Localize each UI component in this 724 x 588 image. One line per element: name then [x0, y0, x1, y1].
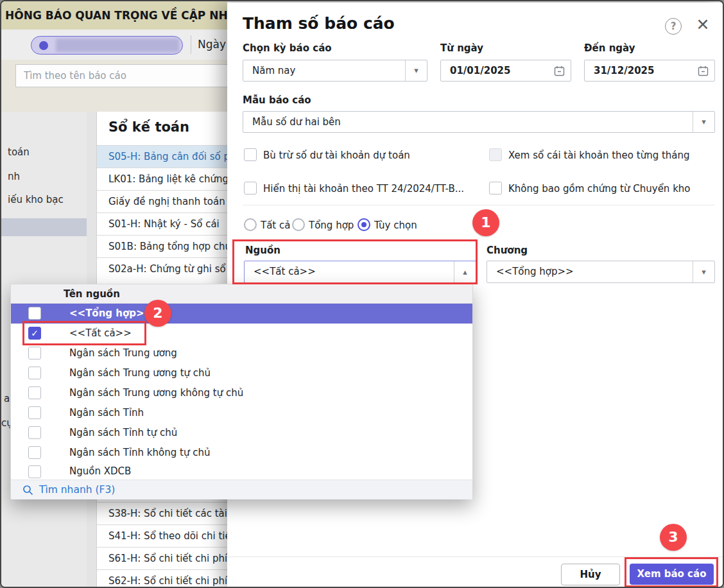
quick-search-label: Tìm nhanh (F3) — [39, 480, 115, 499]
annotation-rect-submit — [625, 557, 718, 587]
report-row[interactable]: S02a-H: Chứng từ ghi sổ — [97, 257, 228, 280]
period-select[interactable]: Năm nay ▾ — [243, 60, 427, 82]
dropdown-item[interactable]: Ngân sách Trung ương — [11, 343, 472, 363]
report-row[interactable]: S62-H: Sổ chi tiết chi phí sả — [97, 569, 228, 588]
annotation-step-3: 3 — [660, 524, 687, 551]
checkbox-unchecked[interactable] — [28, 465, 41, 478]
app-window: HÔNG BÁO QUAN TRỌNG VỀ CẬP NHẬT ĐỊA Ngày… — [0, 0, 724, 588]
radio-tat-ca[interactable] — [244, 218, 257, 231]
notification-banner-text: HÔNG BÁO QUAN TRỌNG VỀ CẬP NHẬT ĐỊA — [1, 1, 227, 30]
annotation-step-2: 2 — [144, 300, 171, 327]
dropdown-header-label: Tên nguồn — [64, 284, 120, 304]
quick-search-bar[interactable]: Tìm nhanh (F3) — [11, 480, 472, 499]
chuong-value: <<Tổng hợp>> — [496, 261, 574, 282]
checkbox-bu-tru[interactable] — [244, 148, 257, 161]
dropdown-item-label: Ngân sách Trung ương — [69, 343, 177, 363]
checkbox-label: Bù trừ số dư tài khoản dự toán — [263, 148, 410, 162]
dropdown-item[interactable]: Ngân sách Trung ương không tự chủ — [11, 383, 472, 403]
help-icon[interactable]: ? — [665, 18, 682, 35]
radio-label: Tùy chọn — [374, 218, 417, 232]
dropdown-item-label: Ngân sách Tỉnh không tự chủ — [69, 443, 210, 463]
sidebar-item[interactable]: toán — [8, 146, 30, 158]
chevron-down-icon[interactable]: ▾ — [405, 60, 427, 81]
section-divider — [243, 205, 715, 205]
checkbox-label: Không bao gồm chứng từ Chuyển kho — [508, 182, 691, 196]
period-value: Năm nay — [252, 60, 295, 81]
radio-label: Tổng hợp — [309, 218, 354, 232]
checkbox-unchecked[interactable] — [28, 347, 41, 359]
sidebar-item[interactable]: a — [4, 393, 10, 404]
notification-banner: HÔNG BÁO QUAN TRỌNG VỀ CẬP NHẬT ĐỊA — [1, 1, 227, 30]
report-row[interactable]: S38-H: Sổ chi tiết các tài kh — [97, 502, 228, 524]
report-search-strip — [1, 60, 227, 112]
report-row[interactable]: S41-H: Sổ theo dõi chi tiết v — [97, 524, 228, 547]
report-row[interactable]: LK01: Bảng liệt kê chứng từ — [97, 168, 228, 190]
dropdown-item-label: Ngân sách Tỉnh tự chủ — [69, 423, 177, 443]
report-search-input[interactable] — [15, 64, 228, 87]
close-icon[interactable]: ✕ — [693, 15, 712, 35]
checkbox-xem-so-cai[interactable] — [489, 148, 502, 161]
checkbox-unchecked[interactable] — [28, 367, 41, 379]
checkbox-khong-bao-gom[interactable] — [489, 182, 502, 195]
dropdown-item-label: Nguồn XDCB — [69, 463, 131, 480]
dropdown-item[interactable]: Ngân sách Trung ương tự chủ — [11, 363, 472, 383]
annotation-rect-nguon — [232, 239, 478, 284]
company-pill[interactable] — [31, 36, 183, 55]
to-date-input[interactable]: 31/12/2025 — [584, 60, 715, 82]
search-icon — [22, 485, 33, 496]
checkbox-unchecked[interactable] — [28, 446, 41, 459]
redacted-company-name — [56, 39, 179, 52]
dropdown-item-label: Ngân sách Tỉnh — [69, 403, 144, 423]
dropdown-item-label: Ngân sách Trung ương không tự chủ — [69, 383, 243, 403]
sidebar-item-selected[interactable] — [1, 218, 87, 236]
checkbox-unchecked[interactable] — [28, 426, 41, 439]
report-list-title: Sổ kế toán — [108, 119, 189, 135]
template-label: Mẫu báo cáo — [243, 94, 311, 106]
checkbox-unchecked[interactable] — [28, 307, 41, 320]
dropdown-item[interactable]: Ngân sách Tỉnh — [11, 403, 472, 423]
annotation-rect-tat-ca — [22, 321, 146, 345]
calendar-icon[interactable] — [554, 65, 565, 76]
radio-tong-hop[interactable] — [292, 218, 305, 231]
calendar-icon[interactable] — [698, 65, 709, 76]
to-date-label: Đến ngày — [584, 42, 635, 54]
from-date-value: 01/01/2025 — [450, 60, 510, 81]
status-dot-icon — [39, 41, 48, 50]
report-row[interactable]: Giấy đề nghị thanh toán tạm — [97, 190, 228, 212]
dropdown-header: Tên nguồn — [11, 284, 472, 304]
annotation-step-1: 1 — [472, 209, 499, 236]
chevron-down-icon[interactable]: ▾ — [693, 261, 714, 282]
dialog-title: Tham số báo cáo — [243, 14, 395, 33]
template-select[interactable]: Mẫu số dư hai bên ▾ — [243, 111, 715, 133]
sidebar-item[interactable]: iếu kho bạc — [8, 194, 64, 205]
checkbox-unchecked[interactable] — [28, 386, 41, 399]
checkbox-label: Xem sổ cái tài khoản theo từng tháng — [508, 148, 690, 162]
from-date-input[interactable]: 01/01/2025 — [440, 60, 571, 82]
report-row-selected[interactable]: S05-H: Bảng cân đối số phá — [97, 145, 228, 168]
to-date-value: 31/12/2025 — [594, 60, 654, 81]
dropdown-item-label: Ngân sách Trung ương tự chủ — [69, 363, 211, 383]
dropdown-item[interactable]: Nguồn XDCB — [11, 463, 472, 480]
from-date-label: Từ ngày — [440, 42, 483, 54]
toolbar-divider — [191, 35, 191, 54]
report-row[interactable]: S01B: Bảng tổng hợp chứng — [97, 235, 228, 257]
dropdown-item[interactable]: Ngân sách Tỉnh tự chủ — [11, 423, 472, 443]
checkbox-label: Hiển thị tài khoản theo TT 24/2024/TT-B.… — [263, 182, 464, 196]
report-row[interactable]: S01-H: Nhật ký - Sổ cái — [97, 212, 228, 235]
cancel-button[interactable]: Hủy — [561, 564, 620, 585]
chuong-label: Chương — [487, 245, 528, 256]
sidebar-item[interactable]: nh — [8, 171, 20, 182]
report-row[interactable]: S61-H: Sổ chi tiết chi phí — [97, 547, 228, 569]
chuong-combo[interactable]: <<Tổng hợp>> ▾ — [487, 261, 715, 283]
radio-label: Tất cả — [261, 218, 290, 232]
top-toolbar: Ngày h — [1, 30, 227, 60]
checkbox-unchecked[interactable] — [28, 406, 41, 419]
dropdown-item[interactable]: Ngân sách Tỉnh không tự chủ — [11, 443, 472, 463]
radio-tuy-chon-selected[interactable] — [358, 218, 370, 231]
period-label: Chọn kỳ báo cáo — [243, 42, 332, 54]
nguon-dropdown-panel: Tên nguồn <<Tổng hợp>> ✓ <<Tất cả>> Ngân… — [10, 284, 473, 499]
checkbox-hien-thi-tk[interactable] — [244, 182, 257, 195]
chevron-down-icon[interactable]: ▾ — [693, 112, 714, 132]
template-value: Mẫu số dư hai bên — [252, 112, 341, 132]
